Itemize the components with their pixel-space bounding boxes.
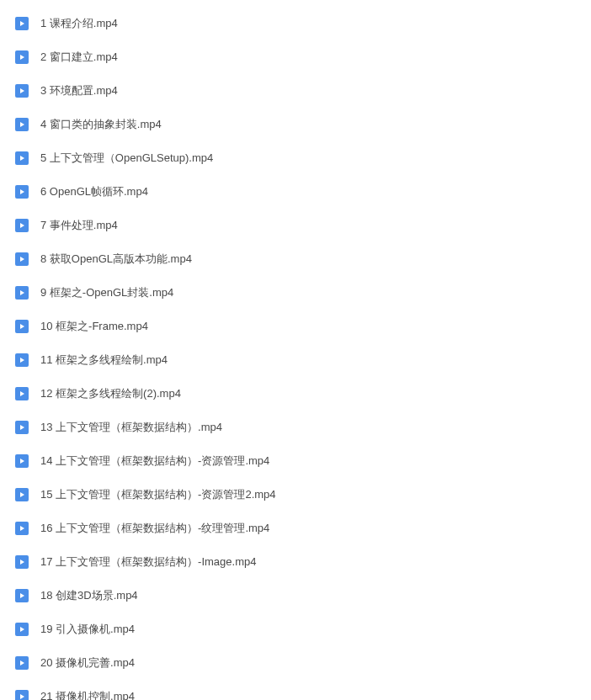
file-name: 21 摄像机控制.mp4 xyxy=(40,689,135,700)
file-item[interactable]: 5 上下文管理（OpenGLSetup).mp4 xyxy=(0,141,591,175)
file-name: 17 上下文管理（框架数据结构）-Image.mp4 xyxy=(40,554,256,570)
file-name: 4 窗口类的抽象封装.mp4 xyxy=(40,117,162,132)
file-name: 3 环境配置.mp4 xyxy=(40,83,118,98)
file-item[interactable]: 16 上下文管理（框架数据结构）-纹理管理.mp4 xyxy=(0,512,591,545)
file-item[interactable]: 11 框架之多线程绘制.mp4 xyxy=(0,343,591,377)
file-name: 16 上下文管理（框架数据结构）-纹理管理.mp4 xyxy=(40,521,269,536)
video-file-icon xyxy=(15,320,29,333)
video-file-icon xyxy=(15,555,29,569)
file-name: 14 上下文管理（框架数据结构）-资源管理.mp4 xyxy=(40,453,269,469)
file-item[interactable]: 21 摄像机控制.mp4 xyxy=(0,680,591,700)
video-file-icon xyxy=(15,219,29,232)
file-name: 12 框架之多线程绘制(2).mp4 xyxy=(40,386,181,401)
file-item[interactable]: 3 环境配置.mp4 xyxy=(0,74,591,108)
file-name: 2 窗口建立.mp4 xyxy=(40,50,118,65)
file-name: 9 框架之-OpenGL封装.mp4 xyxy=(40,285,173,300)
file-name: 20 摄像机完善.mp4 xyxy=(40,655,135,671)
video-file-icon xyxy=(15,185,29,199)
video-file-icon xyxy=(15,589,29,602)
file-item[interactable]: 18 创建3D场景.mp4 xyxy=(0,579,591,612)
file-item[interactable]: 10 框架之-Frame.mp4 xyxy=(0,310,591,343)
file-item[interactable]: 17 上下文管理（框架数据结构）-Image.mp4 xyxy=(0,545,591,579)
video-file-icon xyxy=(15,488,29,501)
video-file-icon xyxy=(15,690,29,700)
video-file-icon xyxy=(15,353,29,367)
video-file-icon xyxy=(15,17,29,30)
video-file-icon xyxy=(15,421,29,434)
file-name: 7 事件处理.mp4 xyxy=(40,218,118,233)
file-item[interactable]: 20 摄像机完善.mp4 xyxy=(0,646,591,680)
video-file-icon xyxy=(15,151,29,165)
file-item[interactable]: 12 框架之多线程绘制(2).mp4 xyxy=(0,377,591,411)
file-item[interactable]: 9 框架之-OpenGL封装.mp4 xyxy=(0,276,591,310)
file-name: 10 框架之-Frame.mp4 xyxy=(40,319,148,334)
file-item[interactable]: 13 上下文管理（框架数据结构）.mp4 xyxy=(0,411,591,444)
file-item[interactable]: 4 窗口类的抽象封装.mp4 xyxy=(0,108,591,141)
video-file-icon xyxy=(15,522,29,535)
video-file-icon xyxy=(15,84,29,98)
file-item[interactable]: 15 上下文管理（框架数据结构）-资源管理2.mp4 xyxy=(0,478,591,512)
file-item[interactable]: 14 上下文管理（框架数据结构）-资源管理.mp4 xyxy=(0,444,591,478)
file-name: 11 框架之多线程绘制.mp4 xyxy=(40,353,168,368)
file-item[interactable]: 1 课程介绍.mp4 xyxy=(0,7,591,40)
video-file-icon xyxy=(15,656,29,670)
file-name: 1 课程介绍.mp4 xyxy=(40,16,118,31)
video-file-icon xyxy=(15,623,29,636)
file-name: 13 上下文管理（框架数据结构）.mp4 xyxy=(40,420,222,435)
file-name: 15 上下文管理（框架数据结构）-资源管理2.mp4 xyxy=(40,487,276,502)
video-file-icon xyxy=(15,118,29,131)
file-name: 18 创建3D场景.mp4 xyxy=(40,588,138,603)
video-file-icon xyxy=(15,252,29,266)
video-file-icon xyxy=(15,387,29,400)
file-name: 6 OpenGL帧循环.mp4 xyxy=(40,184,148,199)
video-file-icon xyxy=(15,286,29,300)
video-file-icon xyxy=(15,454,29,468)
file-item[interactable]: 7 事件处理.mp4 xyxy=(0,209,591,242)
file-list: 1 课程介绍.mp42 窗口建立.mp43 环境配置.mp44 窗口类的抽象封装… xyxy=(0,7,591,700)
file-item[interactable]: 19 引入摄像机.mp4 xyxy=(0,612,591,646)
file-item[interactable]: 6 OpenGL帧循环.mp4 xyxy=(0,175,591,209)
file-name: 19 引入摄像机.mp4 xyxy=(40,622,135,637)
video-file-icon xyxy=(15,50,29,64)
file-name: 5 上下文管理（OpenGLSetup).mp4 xyxy=(40,151,213,166)
file-item[interactable]: 8 获取OpenGL高版本功能.mp4 xyxy=(0,242,591,276)
file-name: 8 获取OpenGL高版本功能.mp4 xyxy=(40,252,192,267)
file-item[interactable]: 2 窗口建立.mp4 xyxy=(0,40,591,74)
